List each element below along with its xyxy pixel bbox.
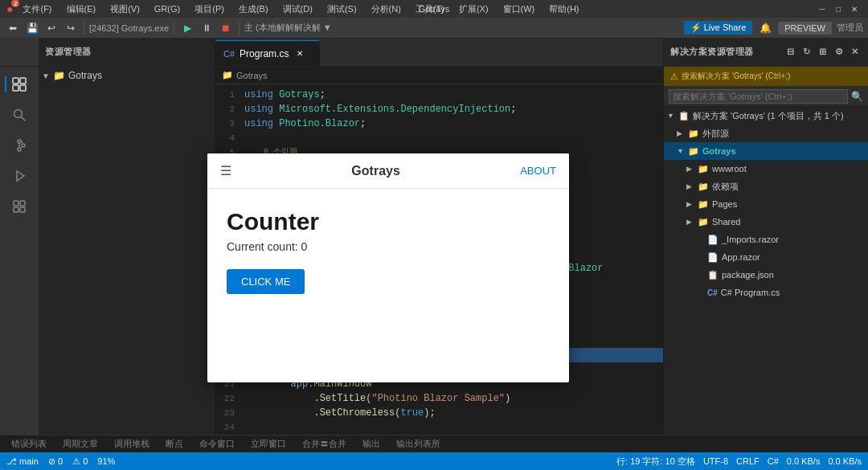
live-share-button[interactable]: ⚡ Live Share: [684, 21, 753, 35]
title-bar-left: ● 2 文件(F) 编辑(E) 视图(V) GR(G) 项目(P) 生成(B) …: [6, 2, 584, 17]
sol-package-json[interactable]: 📋 package.json: [664, 266, 868, 284]
breadcrumb-icon: 📁: [222, 70, 233, 80]
sol-arrow-pages: ▶: [686, 200, 694, 208]
preview-button[interactable]: PREVIEW: [778, 22, 832, 35]
activity-search-icon[interactable]: [5, 100, 34, 129]
menu-analyze[interactable]: 分析(N): [366, 2, 406, 17]
menu-project[interactable]: 项目(P): [190, 2, 229, 17]
activity-debug-icon[interactable]: [5, 161, 34, 190]
title-bar-controls: ─ □ ✕: [815, 2, 862, 16]
toolbar-right: ⚡ Live Share 🔔 PREVIEW 管理员: [684, 20, 863, 36]
bottom-tab-immediate[interactable]: 立即窗口: [244, 436, 293, 452]
toolbar-btn-redo[interactable]: ↪: [63, 20, 79, 36]
preview-header: ☰ Gotrays ABOUT: [207, 153, 569, 189]
bottom-tab-callstack[interactable]: 调用堆栈: [108, 436, 156, 452]
sol-imports-razor[interactable]: 📄 _Imports.razor: [664, 231, 868, 248]
sol-dependencies[interactable]: ▶ 📁 依赖项: [664, 178, 868, 195]
manage-button[interactable]: 管理员: [837, 22, 863, 34]
sol-gotrays-project[interactable]: ▼ 📁 Gotrays: [664, 142, 868, 160]
wwwroot-icon: 📁: [698, 164, 709, 174]
code-line-1: 1 using Gotrays;: [215, 88, 663, 102]
refresh-icon[interactable]: ↻: [800, 46, 813, 59]
maximize-button[interactable]: □: [831, 2, 845, 16]
tab-program-cs[interactable]: C# Program.cs ✕: [215, 40, 320, 66]
toolbar-btn-back[interactable]: ⬅: [5, 20, 21, 36]
tree-item-gotrays[interactable]: ▼ 📁 Gotrays: [39, 67, 215, 84]
sol-program-cs[interactable]: C# C# Program.cs: [664, 284, 868, 301]
bottom-tab-command[interactable]: 命令窗口: [193, 436, 241, 452]
activity-extensions-icon[interactable]: [5, 192, 34, 221]
settings-icon[interactable]: ⚙: [833, 46, 845, 59]
toolbar-btn-run[interactable]: ▶: [179, 20, 195, 36]
menu-gr[interactable]: GR(G): [149, 2, 185, 15]
search-icon[interactable]: 🔍: [851, 91, 863, 102]
tab-close-button[interactable]: ✕: [293, 47, 306, 60]
hamburger-icon[interactable]: ☰: [220, 163, 231, 178]
sol-wwwroot-label: wwwroot: [712, 164, 747, 174]
preview-about-link[interactable]: ABOUT: [520, 165, 556, 177]
toolbar-btn-undo[interactable]: ↩: [43, 20, 59, 36]
sol-root[interactable]: ▼ 📋 解决方案 'Gotrays' (1 个项目，共 1 个): [664, 107, 868, 125]
code-line-2: 2 using Microsoft.Extensions.DependencyI…: [215, 102, 663, 116]
menu-help[interactable]: 帮助(H): [544, 2, 583, 17]
menu-edit[interactable]: 编辑(E): [62, 2, 101, 17]
toolbar-btn-pause[interactable]: ⏸: [199, 20, 215, 36]
menu-view[interactable]: 视图(V): [105, 2, 145, 17]
sidebar-title-text: 资源管理器: [45, 46, 92, 58]
sol-arrow-ext: ▶: [677, 129, 685, 137]
preview-pane: ☰ Gotrays ABOUT Counter Current count: 0…: [207, 153, 569, 382]
menu-window[interactable]: 窗口(W): [498, 2, 540, 17]
sol-external-sources[interactable]: ▶ 📁 外部源: [664, 125, 868, 142]
menu-build[interactable]: 生成(B): [234, 2, 273, 17]
toolbar-right-icon[interactable]: 🔔: [757, 20, 773, 36]
toolbar-btn-save[interactable]: 💾: [24, 20, 40, 36]
app-logo-icon: ● 2: [6, 2, 13, 15]
status-encoding[interactable]: UTF-8: [703, 456, 728, 466]
menu-test[interactable]: 测试(S): [322, 2, 362, 17]
collapse-icon[interactable]: ⊟: [784, 46, 797, 59]
bottom-tab-errors[interactable]: 错误列表: [5, 436, 53, 452]
filter-icon[interactable]: ⊞: [817, 46, 829, 59]
sol-pages[interactable]: ▶ 📁 Pages: [664, 195, 868, 213]
status-line-ending[interactable]: CRLF: [736, 456, 760, 466]
sol-shared[interactable]: ▶ 📁 Shared: [664, 213, 868, 231]
status-language[interactable]: C#: [768, 456, 779, 466]
menu-file[interactable]: 文件(F): [18, 2, 56, 17]
branch-label[interactable]: 主 (本地解解解决解 ▼: [244, 22, 332, 34]
close-button[interactable]: ✕: [847, 2, 862, 16]
close-panel-icon[interactable]: ✕: [849, 46, 862, 59]
bottom-tab-periodic[interactable]: 周期文章: [56, 436, 104, 452]
sol-arrow-www: ▶: [686, 165, 694, 173]
zoom-level: 91%: [97, 456, 115, 466]
sol-app-razor[interactable]: 📄 App.razor: [664, 248, 868, 266]
right-panel: ⚠ 搜索解决方案 'Gotrays' (Ctrl+;) 🔍 ▼ 📋 解决方案 '…: [663, 67, 868, 435]
menu-debug[interactable]: 调试(D): [278, 2, 317, 17]
project-dropdown[interactable]: [24632] Gotrays.exe: [89, 23, 169, 33]
status-branch[interactable]: ⎇ main: [6, 456, 39, 467]
solution-search-bar: 🔍: [664, 86, 868, 107]
minimize-button[interactable]: ─: [815, 2, 829, 16]
activity-git-icon[interactable]: [5, 131, 34, 160]
solution-search-input[interactable]: [669, 89, 848, 104]
activity-bar-spacer: [0, 38, 39, 66]
sidebar-panel: ▼ 📁 Gotrays: [39, 67, 215, 435]
tree-arrow-icon: ▼: [42, 72, 50, 80]
toolbar-btn-stop[interactable]: ⏹: [218, 20, 234, 36]
bottom-tab-output[interactable]: 输出: [356, 436, 387, 452]
menu-extensions[interactable]: 扩展(X): [454, 2, 493, 17]
status-bar: ⎇ main ⊘ 0 ⚠ 0 91% 行: 19 字符: 10 空格 UTF-8…: [0, 452, 868, 470]
code-line-3: 3 using Photino.Blazor;: [215, 116, 663, 131]
svg-point-7: [18, 148, 21, 151]
click-me-button[interactable]: CLICK ME: [227, 269, 305, 294]
bottom-tab-output-list[interactable]: 输出列表所: [390, 436, 447, 452]
status-right: 行: 19 字符: 10 空格 UTF-8 CRLF C# 0.0 KB/s 0…: [616, 456, 862, 468]
sidebar-header: 资源管理器: [39, 38, 215, 66]
status-errors[interactable]: ⊘ 0: [48, 456, 63, 467]
status-warnings[interactable]: ⚠ 0: [72, 456, 88, 467]
bottom-tab-breakpoints[interactable]: 断点: [159, 436, 190, 452]
activity-explorer-icon[interactable]: [5, 70, 34, 99]
bottom-tab-merge[interactable]: 合并〓合并: [296, 436, 353, 452]
sol-wwwroot[interactable]: ▶ 📁 wwwroot: [664, 160, 868, 178]
svg-marker-9: [17, 171, 24, 181]
razor-icon-2: 📄: [707, 252, 719, 263]
